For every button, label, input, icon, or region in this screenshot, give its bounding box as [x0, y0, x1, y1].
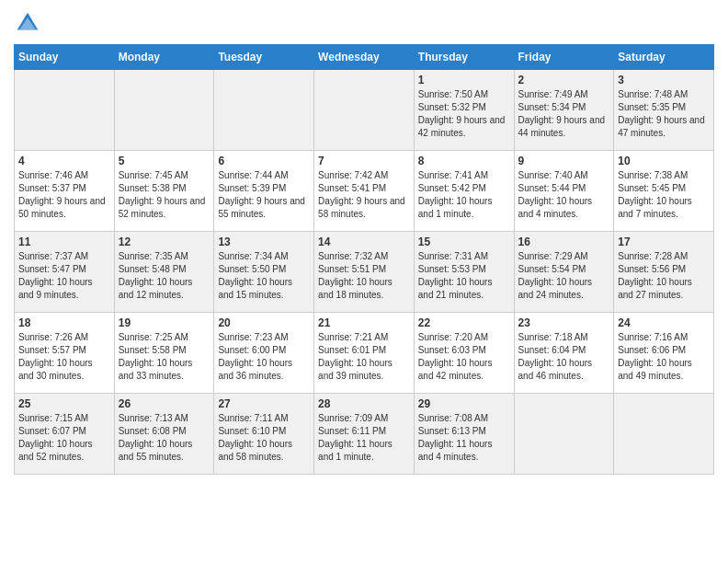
day-info: Sunrise: 7:23 AM Sunset: 6:00 PM Dayligh… [218, 331, 310, 383]
day-info: Sunrise: 7:21 AM Sunset: 6:01 PM Dayligh… [318, 331, 410, 383]
day-info: Sunrise: 7:46 AM Sunset: 5:37 PM Dayligh… [18, 169, 110, 221]
calendar-cell: 23Sunrise: 7:18 AM Sunset: 6:04 PM Dayli… [514, 313, 614, 394]
day-number: 9 [518, 155, 610, 167]
calendar-cell [214, 70, 314, 151]
calendar-cell: 29Sunrise: 7:08 AM Sunset: 6:13 PM Dayli… [414, 394, 514, 475]
calendar-cell: 4Sunrise: 7:46 AM Sunset: 5:37 PM Daylig… [15, 151, 115, 232]
day-info: Sunrise: 7:28 AM Sunset: 5:56 PM Dayligh… [618, 250, 710, 302]
calendar-cell: 8Sunrise: 7:41 AM Sunset: 5:42 PM Daylig… [414, 151, 514, 232]
day-info: Sunrise: 7:49 AM Sunset: 5:34 PM Dayligh… [518, 88, 610, 140]
calendar-cell: 25Sunrise: 7:15 AM Sunset: 6:07 PM Dayli… [15, 394, 115, 475]
calendar-cell: 26Sunrise: 7:13 AM Sunset: 6:08 PM Dayli… [114, 394, 214, 475]
calendar-cell: 3Sunrise: 7:48 AM Sunset: 5:35 PM Daylig… [614, 70, 714, 151]
day-info: Sunrise: 7:13 AM Sunset: 6:08 PM Dayligh… [119, 412, 210, 464]
day-number: 18 [18, 316, 110, 329]
day-info: Sunrise: 7:25 AM Sunset: 5:58 PM Dayligh… [119, 331, 210, 383]
calendar-cell: 20Sunrise: 7:23 AM Sunset: 6:00 PM Dayli… [214, 313, 314, 394]
day-info: Sunrise: 7:29 AM Sunset: 5:54 PM Dayligh… [518, 250, 610, 302]
day-number: 7 [318, 155, 410, 167]
day-info: Sunrise: 7:44 AM Sunset: 5:39 PM Dayligh… [218, 169, 310, 221]
day-number: 10 [618, 155, 710, 167]
calendar-cell: 5Sunrise: 7:45 AM Sunset: 5:38 PM Daylig… [114, 151, 214, 232]
calendar-body: 1Sunrise: 7:50 AM Sunset: 5:32 PM Daylig… [15, 70, 714, 475]
day-info: Sunrise: 7:35 AM Sunset: 5:48 PM Dayligh… [119, 250, 210, 302]
day-number: 22 [418, 316, 510, 329]
weekday-header-cell: Saturday [614, 45, 714, 70]
day-number: 16 [518, 236, 610, 248]
weekday-header-cell: Friday [514, 45, 614, 70]
day-info: Sunrise: 7:32 AM Sunset: 5:51 PM Dayligh… [318, 250, 410, 302]
calendar-cell [514, 394, 614, 475]
day-info: Sunrise: 7:11 AM Sunset: 6:10 PM Dayligh… [218, 412, 310, 464]
day-number: 17 [618, 236, 710, 248]
calendar-cell [614, 394, 714, 475]
day-info: Sunrise: 7:41 AM Sunset: 5:42 PM Dayligh… [418, 169, 510, 221]
day-number: 6 [218, 155, 310, 167]
calendar-cell: 28Sunrise: 7:09 AM Sunset: 6:11 PM Dayli… [314, 394, 415, 475]
logo [14, 9, 45, 37]
day-number: 4 [18, 155, 110, 167]
day-number: 13 [218, 236, 310, 248]
header [14, 9, 714, 37]
day-info: Sunrise: 7:18 AM Sunset: 6:04 PM Dayligh… [518, 331, 610, 383]
calendar-week-row: 18Sunrise: 7:26 AM Sunset: 5:57 PM Dayli… [15, 313, 714, 394]
calendar-table: SundayMondayTuesdayWednesdayThursdayFrid… [14, 44, 714, 475]
weekday-header-cell: Tuesday [214, 45, 314, 70]
day-number: 5 [119, 155, 210, 167]
day-info: Sunrise: 7:38 AM Sunset: 5:45 PM Dayligh… [618, 169, 710, 221]
day-info: Sunrise: 7:40 AM Sunset: 5:44 PM Dayligh… [518, 169, 610, 221]
day-number: 11 [18, 236, 110, 248]
calendar-cell: 21Sunrise: 7:21 AM Sunset: 6:01 PM Dayli… [314, 313, 415, 394]
calendar-cell: 16Sunrise: 7:29 AM Sunset: 5:54 PM Dayli… [514, 232, 614, 313]
day-number: 21 [318, 316, 410, 329]
calendar-cell [114, 70, 214, 151]
day-info: Sunrise: 7:48 AM Sunset: 5:35 PM Dayligh… [618, 88, 710, 140]
day-info: Sunrise: 7:31 AM Sunset: 5:53 PM Dayligh… [418, 250, 510, 302]
calendar-week-row: 4Sunrise: 7:46 AM Sunset: 5:37 PM Daylig… [15, 151, 714, 232]
day-info: Sunrise: 7:37 AM Sunset: 5:47 PM Dayligh… [18, 250, 110, 302]
calendar-cell: 1Sunrise: 7:50 AM Sunset: 5:32 PM Daylig… [414, 70, 514, 151]
calendar-cell [314, 70, 415, 151]
day-number: 3 [618, 74, 710, 86]
calendar-week-row: 11Sunrise: 7:37 AM Sunset: 5:47 PM Dayli… [15, 232, 714, 313]
day-info: Sunrise: 7:08 AM Sunset: 6:13 PM Dayligh… [418, 412, 510, 464]
day-number: 25 [18, 397, 110, 410]
day-number: 28 [318, 397, 410, 410]
weekday-header-row: SundayMondayTuesdayWednesdayThursdayFrid… [15, 45, 714, 70]
calendar-cell: 7Sunrise: 7:42 AM Sunset: 5:41 PM Daylig… [314, 151, 415, 232]
weekday-header-cell: Thursday [414, 45, 514, 70]
calendar-cell: 13Sunrise: 7:34 AM Sunset: 5:50 PM Dayli… [214, 232, 314, 313]
day-info: Sunrise: 7:45 AM Sunset: 5:38 PM Dayligh… [119, 169, 210, 221]
day-info: Sunrise: 7:09 AM Sunset: 6:11 PM Dayligh… [318, 412, 410, 464]
day-number: 27 [218, 397, 310, 410]
logo-icon [14, 9, 41, 37]
calendar-week-row: 25Sunrise: 7:15 AM Sunset: 6:07 PM Dayli… [15, 394, 714, 475]
calendar-cell: 27Sunrise: 7:11 AM Sunset: 6:10 PM Dayli… [214, 394, 314, 475]
calendar-cell: 17Sunrise: 7:28 AM Sunset: 5:56 PM Dayli… [614, 232, 714, 313]
day-number: 1 [418, 74, 510, 86]
day-info: Sunrise: 7:42 AM Sunset: 5:41 PM Dayligh… [318, 169, 410, 221]
calendar-cell: 15Sunrise: 7:31 AM Sunset: 5:53 PM Dayli… [414, 232, 514, 313]
calendar-cell: 18Sunrise: 7:26 AM Sunset: 5:57 PM Dayli… [15, 313, 115, 394]
calendar-cell: 14Sunrise: 7:32 AM Sunset: 5:51 PM Dayli… [314, 232, 415, 313]
day-info: Sunrise: 7:16 AM Sunset: 6:06 PM Dayligh… [618, 331, 710, 383]
calendar-cell: 11Sunrise: 7:37 AM Sunset: 5:47 PM Dayli… [15, 232, 115, 313]
weekday-header-cell: Monday [114, 45, 214, 70]
day-number: 8 [418, 155, 510, 167]
day-number: 29 [418, 397, 510, 410]
day-info: Sunrise: 7:34 AM Sunset: 5:50 PM Dayligh… [218, 250, 310, 302]
weekday-header-cell: Wednesday [314, 45, 415, 70]
day-number: 23 [518, 316, 610, 329]
day-info: Sunrise: 7:26 AM Sunset: 5:57 PM Dayligh… [18, 331, 110, 383]
calendar-cell: 19Sunrise: 7:25 AM Sunset: 5:58 PM Dayli… [114, 313, 214, 394]
weekday-header-cell: Sunday [15, 45, 115, 70]
calendar-cell: 2Sunrise: 7:49 AM Sunset: 5:34 PM Daylig… [514, 70, 614, 151]
calendar-cell: 10Sunrise: 7:38 AM Sunset: 5:45 PM Dayli… [614, 151, 714, 232]
day-number: 19 [119, 316, 210, 329]
day-number: 24 [618, 316, 710, 329]
calendar-cell: 6Sunrise: 7:44 AM Sunset: 5:39 PM Daylig… [214, 151, 314, 232]
day-info: Sunrise: 7:20 AM Sunset: 6:03 PM Dayligh… [418, 331, 510, 383]
day-number: 14 [318, 236, 410, 248]
calendar-cell: 22Sunrise: 7:20 AM Sunset: 6:03 PM Dayli… [414, 313, 514, 394]
day-number: 2 [518, 74, 610, 86]
